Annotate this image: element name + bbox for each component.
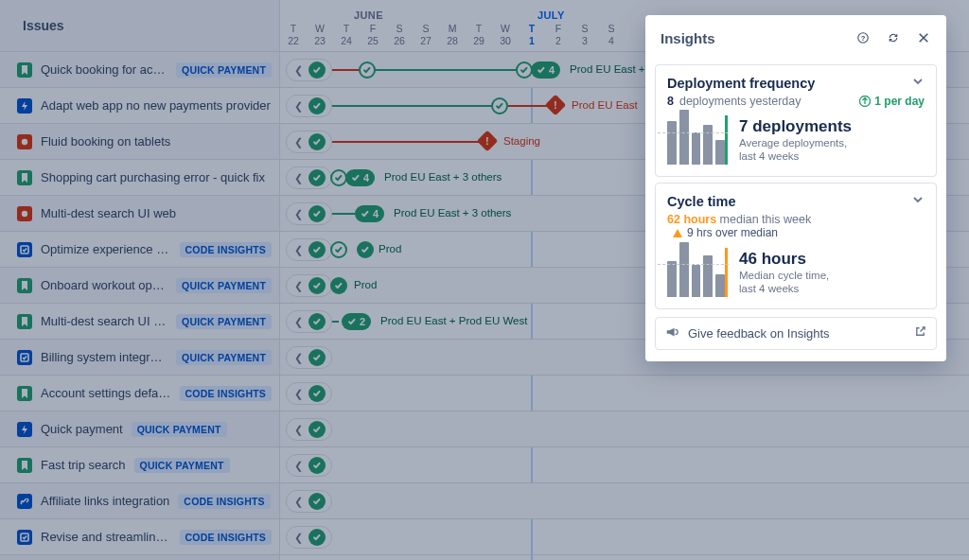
feedback-link[interactable]: Give feedback on Insights [655, 317, 937, 350]
environment-label: Prod EU East + Prod EU West [380, 315, 527, 326]
issue-collapse-pill[interactable]: ❮ [286, 95, 332, 117]
issue-collapse-pill[interactable]: ❮ [286, 131, 332, 153]
deploy-ok-node[interactable] [308, 349, 326, 366]
issue-row[interactable]: Billing system integration - frontend QU… [0, 340, 279, 376]
issue-row[interactable]: Quick booking for accommodations QUICK P… [0, 52, 279, 88]
close-icon[interactable] [912, 26, 935, 49]
issue-collapse-pill[interactable]: ❮ [286, 310, 332, 333]
deploy-ok-node[interactable] [330, 241, 347, 258]
issues-header: Issues [0, 0, 279, 52]
issue-collapse-pill[interactable]: ❮ [286, 166, 332, 189]
issue-collapse-pill[interactable]: ❮ [286, 526, 332, 549]
deploy-ok-node[interactable] [359, 61, 376, 79]
bug-icon [17, 134, 32, 149]
issue-row[interactable]: Multi-dest search UI mobileweb QUICK PAY… [0, 304, 279, 340]
issue-row[interactable]: Affiliate links integration CODE INSIGHT… [0, 483, 279, 519]
bolt-icon [17, 98, 32, 114]
issue-collapse-pill[interactable]: ❮ [286, 274, 332, 297]
deploy-ok-node[interactable] [308, 421, 326, 438]
issue-collapse-pill[interactable]: ❮ [286, 59, 332, 81]
deploy-ok-node[interactable] [308, 241, 326, 258]
issue-row[interactable]: Account settings defaults CODE INSIGHTS [0, 376, 279, 411]
issue-collapse-pill[interactable]: ❮ [286, 418, 332, 441]
deploy-segment [367, 69, 524, 71]
deploy-ok-node[interactable] [330, 277, 347, 294]
issue-title: Shopping cart purchasing error - quick f… [41, 170, 265, 184]
refresh-icon[interactable] [882, 26, 905, 49]
deploy-ok-node[interactable] [308, 205, 326, 222]
chevron-left-icon: ❮ [294, 244, 303, 256]
issue-row[interactable]: Adapt web app no new payments provider [0, 88, 279, 124]
issue-row[interactable]: Fast trip search QUICK PAYMENT [0, 447, 279, 483]
chevron-left-icon: ❮ [294, 172, 303, 184]
day-header: F2 [545, 23, 572, 47]
chevron-left-icon: ❮ [294, 532, 303, 544]
deploy-count-pill[interactable]: 4 [355, 205, 384, 222]
issue-row[interactable]: Shopping cart purchasing error - quick f… [0, 160, 279, 196]
issue-collapse-pill[interactable]: ❮ [286, 346, 332, 369]
issue-row[interactable]: Fluid booking on tablets [0, 124, 279, 160]
deploy-fail-node[interactable] [545, 95, 567, 116]
issue-title: Onboard workout options (OWO) [41, 278, 167, 292]
svg-text:?: ? [861, 34, 866, 43]
deploy-ok-node[interactable] [308, 169, 326, 186]
chevron-left-icon: ❮ [294, 352, 303, 364]
issue-collapse-pill[interactable]: ❮ [286, 490, 332, 513]
issue-row[interactable]: Optimize experience for mobile web CODE … [0, 232, 279, 268]
issue-collapse-pill[interactable]: ❮ [286, 382, 332, 405]
insights-title: Insights [661, 30, 844, 46]
insight-card-deploy[interactable]: Deployment frequency 8 deployments yeste… [655, 64, 937, 177]
deploy-ok-node[interactable] [308, 529, 326, 546]
bookmark-icon [17, 386, 32, 401]
issue-collapse-pill[interactable]: ❮ [286, 202, 332, 225]
issue-row[interactable]: Multi-dest search UI web [0, 196, 279, 232]
deploy-ok-node[interactable] [308, 133, 326, 150]
deploy-ok-node[interactable] [308, 457, 326, 474]
deploy-ok-node[interactable] [308, 277, 326, 294]
issue-row[interactable]: Onboard workout options (OWO) QUICK PAYM… [0, 268, 279, 304]
issue-row[interactable]: Quick payment QUICK PAYMENT [0, 411, 279, 447]
insight-card-cycle[interactable]: Cycle time 62 hours median this week 9 h… [655, 183, 937, 309]
deploy-count-pill[interactable]: 4 [345, 169, 375, 186]
metric-value: 46 hours [739, 250, 829, 269]
timeline-row: ❮ [280, 411, 969, 447]
deploy-count-pill[interactable]: 2 [342, 313, 371, 330]
timeline-row: ❮ [280, 447, 969, 483]
day-header: W23 [307, 23, 333, 47]
deploy-ok-node[interactable] [357, 241, 374, 258]
chevron-down-icon[interactable] [911, 75, 925, 91]
deploy-ok-node[interactable] [308, 493, 326, 510]
timeline-row: ❮ [280, 519, 969, 555]
svg-point-0 [22, 138, 27, 144]
deploy-ok-node[interactable] [308, 61, 326, 79]
deploy-ok-node[interactable] [491, 97, 508, 114]
environment-label: Prod EU East + 3 others [394, 207, 511, 219]
issue-label: QUICK PAYMENT [176, 62, 272, 78]
deploy-ok-node[interactable] [308, 313, 326, 330]
day-header: S27 [413, 23, 439, 47]
issues-sidebar: Issues Quick booking for accommodations … [0, 0, 280, 560]
svg-point-1 [22, 210, 27, 216]
deploy-count-pill[interactable]: 4 [531, 61, 560, 79]
day-header: S26 [386, 23, 413, 47]
deploy-ok-node[interactable] [308, 97, 326, 114]
deploy-fail-node[interactable] [477, 131, 499, 152]
issue-title: Fast trip search [41, 458, 126, 472]
issue-title: Billing system integration - frontend [41, 350, 167, 364]
feedback-label: Give feedback on Insights [688, 326, 830, 341]
metric-caption: last 4 weeks [739, 149, 852, 163]
deploy-segment [312, 105, 500, 107]
day-header: S3 [572, 23, 598, 47]
issue-collapse-pill[interactable]: ❮ [286, 238, 332, 261]
insight-card-title: Deployment frequency [667, 76, 815, 91]
environment-label: Staging [503, 135, 540, 147]
chevron-down-icon[interactable] [911, 193, 925, 209]
issue-label: QUICK PAYMENT [176, 314, 272, 329]
issue-row[interactable]: Revise and streamline booking flow CODE … [0, 519, 279, 555]
issue-collapse-pill[interactable]: ❮ [286, 454, 332, 477]
issue-title: Multi-dest search UI mobileweb [41, 314, 167, 328]
deploy-ok-node[interactable] [308, 385, 326, 402]
chevron-left-icon: ❮ [294, 388, 303, 400]
chevron-left-icon: ❮ [294, 136, 303, 149]
help-icon[interactable]: ? [852, 26, 874, 49]
